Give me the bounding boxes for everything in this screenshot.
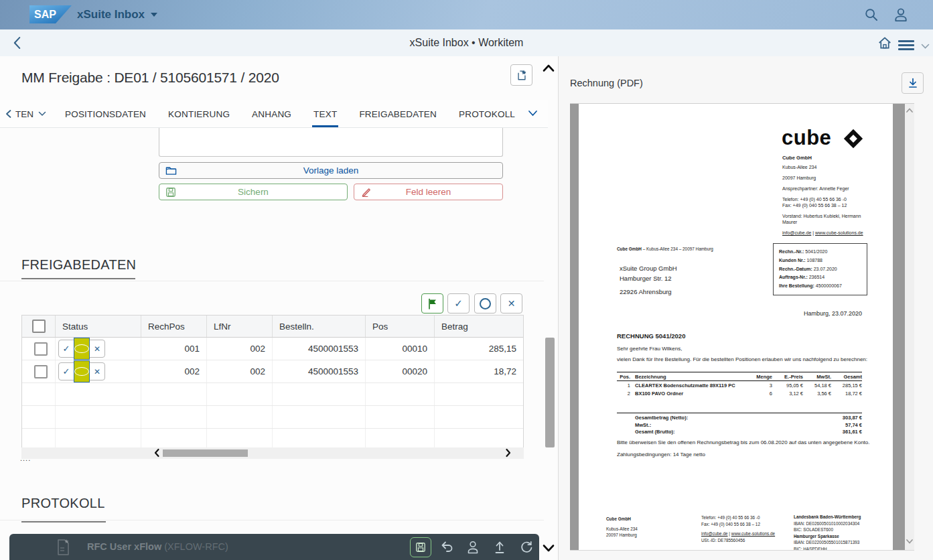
- scroll-left-button[interactable]: [153, 448, 160, 458]
- invoice-item-row: 2 BX100 PAVO Ordner 6 3,12 € 3,56 € 18,7…: [617, 389, 862, 397]
- approve-all-button[interactable]: ✓: [447, 293, 470, 313]
- search-icon: [864, 7, 879, 22]
- tab-kontierung[interactable]: KONTIERUNG: [168, 100, 230, 127]
- table-row: ✓ ✕ 002 002 4500001553 00020 18,72: [22, 360, 523, 383]
- text-comment-textarea[interactable]: [159, 128, 503, 157]
- cell-rechpos: 001: [141, 338, 207, 360]
- horizontal-scrollbar-thumb[interactable]: [163, 449, 248, 457]
- approve-icon[interactable]: ✓: [59, 340, 74, 357]
- row-checkbox[interactable]: [34, 365, 48, 378]
- scroll-right-button[interactable]: [505, 448, 512, 458]
- pdf-scrollbar[interactable]: [905, 104, 914, 550]
- col-pos: Pos: [366, 316, 435, 337]
- load-template-button[interactable]: Vorlage laden: [159, 162, 503, 179]
- freigabedaten-heading: FREIGABEDATEN: [21, 257, 136, 273]
- reject-icon[interactable]: ✕: [90, 340, 104, 357]
- menu-expand-button[interactable]: [916, 38, 933, 55]
- undo-button[interactable]: [439, 540, 454, 555]
- empty-table-row: [22, 406, 523, 429]
- refresh-button[interactable]: [519, 540, 534, 555]
- download-button[interactable]: [902, 72, 924, 94]
- pdf-viewer[interactable]: cube Cube GmbH Kubus-Allee 234 20097 Ham…: [570, 103, 914, 551]
- chevron-right-icon: [505, 448, 512, 458]
- pdf-scroll-down-button[interactable]: [906, 539, 914, 547]
- cell-bestelln: 4500001553: [273, 360, 366, 382]
- upload-button[interactable]: [493, 540, 508, 555]
- hold-all-button[interactable]: [474, 293, 496, 313]
- cell-lfnr: 002: [207, 360, 273, 382]
- chevron-left-icon: [4, 109, 13, 119]
- invoice-place-date: Hamburg, 23.07.2020: [755, 310, 862, 317]
- download-icon: [907, 77, 919, 89]
- search-button[interactable]: [863, 6, 880, 23]
- row-status-control[interactable]: ✓ ✕: [58, 340, 105, 358]
- invoice-info-box: Rechn.-Nr.: 5041/2020 Kunden Nr.: 108788…: [773, 243, 867, 295]
- cell-pos: 00010: [366, 338, 435, 360]
- user-profile-button[interactable]: [892, 6, 910, 23]
- shell-bar: xSuite Inbox • Workitem: [0, 29, 933, 57]
- tab-truncated[interactable]: TEN: [15, 100, 46, 127]
- invoice-recipient: xSuite Group GmbH Hamburger Str. 12 2292…: [620, 263, 677, 297]
- horizontal-scrollbar[interactable]: [21, 447, 524, 459]
- protocol-entry-bar: RFC User xFlow (XFLOW-RFC): [9, 534, 539, 560]
- invoice-footer-col2: Telefon: +49 (0) 40 55 66 36 -0 Fax: +49…: [701, 514, 775, 543]
- home-button[interactable]: [876, 34, 893, 52]
- web-link: www.cube-solutions.de: [815, 230, 863, 235]
- menu-button[interactable]: [898, 36, 915, 54]
- app-window: SAP xSuite Inbox xSuite Inbox • Workitem: [0, 0, 933, 560]
- pdf-scroll-up-button[interactable]: [906, 107, 914, 115]
- invoice-footer-col3: Landesbank Baden-Württemberg IBAN: DE026…: [794, 514, 861, 550]
- hold-icon-selected[interactable]: [74, 338, 90, 360]
- invoice-payment-note: Bitte überweisen Sie den offenen Rechnun…: [617, 439, 869, 445]
- approve-icon[interactable]: ✓: [59, 363, 74, 380]
- chevron-up-icon: [543, 64, 555, 72]
- invoice-title: RECHNUNG 5041/2020: [617, 332, 685, 340]
- cell-betrag: 18,72: [435, 360, 523, 382]
- col-bestelln: Bestelln.: [273, 316, 366, 337]
- reject-icon[interactable]: ✕: [90, 363, 104, 380]
- scroll-down-button[interactable]: [543, 544, 556, 555]
- tabs-scroll-left-button[interactable]: [4, 109, 13, 119]
- sap-logo[interactable]: SAP: [29, 5, 72, 23]
- tab-anhang[interactable]: ANHANG: [252, 100, 291, 127]
- chevron-down-icon: [906, 539, 914, 545]
- section-divider: [0, 520, 544, 520]
- chevron-up-icon: [906, 107, 914, 113]
- tab-freigabedaten[interactable]: FREIGABEDATEN: [359, 100, 437, 127]
- undo-icon: [439, 540, 454, 553]
- tabs-overflow-button[interactable]: [528, 110, 538, 117]
- invoice-item-row: 1 CLEARTEX Bodenschutzmatte 89X119 PC 3 …: [617, 381, 862, 389]
- assign-user-button[interactable]: [466, 540, 481, 555]
- invoice-sender-block: Cube GmbH Kubus-Allee 234 20097 Hamburg …: [782, 155, 871, 236]
- select-all-checkbox[interactable]: [32, 320, 46, 333]
- person-icon: [466, 540, 480, 555]
- clear-field-label: Feld leeren: [406, 187, 451, 197]
- home-icon: [877, 36, 892, 50]
- pin-document-button[interactable]: [510, 64, 532, 86]
- vertical-scrollbar-thumb[interactable]: [545, 338, 555, 447]
- tab-text[interactable]: TEXT: [313, 100, 337, 127]
- flag-all-button[interactable]: [421, 293, 443, 313]
- circle-icon: [480, 298, 491, 309]
- protocol-save-button[interactable]: [410, 537, 431, 557]
- app-title-menu[interactable]: xSuite Inbox: [77, 0, 157, 29]
- row-status-control[interactable]: ✓ ✕: [58, 362, 105, 380]
- table-header-row: Status RechPos LfNr Bestelln. Pos Betrag: [22, 316, 523, 338]
- protocol-user-id: (XFLOW-RFC): [164, 541, 228, 552]
- save-icon: [165, 187, 176, 198]
- row-checkbox[interactable]: [34, 342, 48, 356]
- x-icon: ✕: [508, 298, 516, 309]
- protocol-user: RFC User xFlow (XFLOW-RFC): [87, 534, 228, 560]
- section-divider: [0, 281, 544, 281]
- tab-protokoll[interactable]: PROTOKOLL: [459, 100, 515, 127]
- save-button[interactable]: Sichern: [159, 184, 348, 200]
- clear-field-button[interactable]: Feld leeren: [354, 184, 503, 200]
- scroll-up-button[interactable]: [543, 64, 556, 74]
- tab-positionsdaten[interactable]: POSITIONSDATEN: [65, 100, 146, 127]
- attachment-title: Rechnung (PDF): [570, 78, 643, 88]
- top-bar: SAP xSuite Inbox: [0, 0, 933, 29]
- hold-icon-selected[interactable]: [74, 360, 90, 382]
- col-rechpos: RechPos: [141, 316, 207, 337]
- sap-logo-text: SAP: [34, 9, 56, 21]
- reject-all-button[interactable]: ✕: [500, 293, 522, 313]
